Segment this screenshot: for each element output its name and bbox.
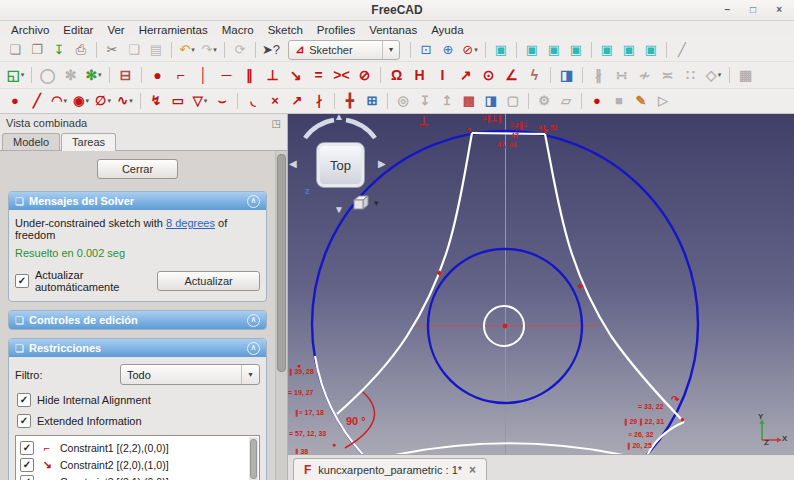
constraint-marker[interactable]: ●	[467, 125, 471, 132]
constrain-parallel-icon[interactable]: ∥	[239, 65, 260, 85]
constraint-item-2-checkbox[interactable]: ✓	[20, 458, 34, 472]
constraint-marker[interactable]: 47	[511, 132, 519, 139]
collapse-chevron-icon[interactable]: ∧	[247, 314, 260, 327]
cut-icon[interactable]: ✂	[102, 40, 122, 60]
create-circle-icon-dropdown[interactable]: ▾	[85, 91, 89, 111]
select-dof-elements-icon-dropdown[interactable]: ▾	[718, 65, 722, 85]
maximize-button[interactable]: □	[750, 0, 756, 20]
constrain-symmetric-icon[interactable]: ><	[331, 65, 352, 85]
view-top-icon[interactable]: ▣	[544, 40, 564, 60]
trim-edge-icon[interactable]: ×	[265, 91, 285, 111]
validate-sketch-icon[interactable]: ▩	[459, 91, 479, 111]
menu-editar[interactable]: Editar	[56, 23, 100, 37]
create-fillet-icon[interactable]: ◟	[243, 91, 263, 111]
split-edge-icon[interactable]: ∤	[309, 91, 329, 111]
constrain-snell-icon[interactable]: ϟ	[524, 65, 545, 85]
constraint-marker[interactable]: ●	[332, 441, 336, 448]
constraint-marker[interactable]: ∥ 29 ∥ 22, 31	[624, 418, 664, 425]
tab-modelo[interactable]: Modelo	[2, 133, 60, 150]
constrain-horizontal-icon[interactable]: ─	[216, 65, 237, 85]
constraint-marker[interactable]: = 19, 27	[288, 389, 314, 396]
close-button[interactable]: ×	[776, 0, 782, 20]
create-circle-icon[interactable]: ◉▾	[71, 91, 91, 111]
view-axonometric-icon[interactable]: ▣	[491, 40, 511, 60]
menu-ventanas[interactable]: Ventanas	[362, 23, 424, 37]
constraint-marker[interactable]: ↷	[671, 395, 679, 405]
constrain-vertical-icon[interactable]: │	[193, 65, 214, 85]
constrain-tangent-icon[interactable]: ↘	[285, 65, 306, 85]
constrain-distance-x-icon[interactable]: H	[409, 65, 430, 85]
constraint-marker[interactable]: ∥ 20, 25	[627, 442, 652, 449]
create-polyline-icon[interactable]: ↯	[146, 91, 166, 111]
bottom-left-rim-arc[interactable]	[315, 356, 369, 454]
auto-update-checkbox[interactable]: ✓	[15, 274, 29, 288]
tab-tareas[interactable]: Tareas	[61, 133, 116, 151]
new-file-icon[interactable]: ❏	[5, 40, 25, 60]
create-bspline-icon[interactable]: ∿▾	[115, 91, 135, 111]
degrees-of-freedom-link[interactable]: 8 degrees	[166, 217, 215, 229]
constraint-marker[interactable]: 47, 48	[497, 141, 516, 148]
constrain-distance-icon[interactable]: ↗	[455, 65, 476, 85]
create-arc-icon[interactable]: ◠▾	[49, 91, 69, 111]
origin-point[interactable]	[503, 324, 508, 329]
leave-sketch-icon-dropdown[interactable]: ▾	[21, 65, 25, 85]
bottom-right-rim-arc[interactable]	[645, 422, 684, 454]
create-ellipse-icon-dropdown[interactable]: ▾	[107, 91, 111, 111]
constrain-point-on-object-icon[interactable]: ⌐	[170, 65, 191, 85]
nav-up-arrow[interactable]: ▲	[334, 114, 344, 122]
menu-sketch[interactable]: Sketch	[261, 23, 310, 37]
zoom-selection-icon[interactable]: ⊕	[438, 40, 458, 60]
constrain-block-icon[interactable]: ⊘	[354, 65, 375, 85]
mirror-sketch-icon[interactable]: ◨	[481, 91, 501, 111]
create-rectangle-icon[interactable]: ▭	[168, 91, 188, 111]
rotate-left-arrow[interactable]	[305, 120, 334, 138]
create-bspline-icon-dropdown[interactable]: ▾	[129, 91, 133, 111]
redo-icon-dropdown[interactable]: ▾	[213, 40, 217, 60]
macro-record-icon[interactable]: ●	[587, 91, 607, 111]
constraint-item-3-checkbox[interactable]: ✓	[20, 475, 34, 480]
create-line-icon[interactable]: ╱	[27, 91, 47, 111]
draw-style-icon[interactable]: ⊘▾	[460, 40, 480, 60]
constraint-marker[interactable]: ●	[297, 362, 301, 369]
top-chord-edge[interactable]	[472, 133, 545, 134]
constraint-marker[interactable]: 41, 52	[538, 124, 557, 131]
nav-right-arrow[interactable]: ▶	[378, 158, 386, 169]
zoom-fit-all-icon[interactable]: ⊡	[416, 40, 436, 60]
edit-macro-icon[interactable]: ✎	[631, 91, 651, 111]
constraint-marker[interactable]: ∥ 39, 28	[289, 368, 314, 375]
edit-controls-header[interactable]: ❏ Controles de edición ∧	[9, 311, 266, 329]
reorient-sketch-icon[interactable]: ⊟	[115, 65, 136, 85]
view-bottom-icon[interactable]: ▣	[619, 40, 639, 60]
menu-profiles[interactable]: Profiles	[310, 23, 362, 37]
constrain-coincident-icon[interactable]: ●	[147, 65, 168, 85]
document-tab[interactable]: F kuncxarpento_parametric : 1* ×	[293, 458, 487, 480]
constraint-filter-select[interactable]: Todo ▾	[120, 364, 260, 385]
solver-messages-header[interactable]: ❏ Mensajes del Solver ∧	[9, 192, 266, 210]
collapse-chevron-icon[interactable]: ∧	[247, 195, 260, 208]
hide-internal-alignment-checkbox[interactable]: ✓	[17, 393, 31, 407]
create-point-icon[interactable]: ●	[5, 91, 25, 111]
constraint-marker[interactable]: ⊥	[418, 114, 429, 127]
cerrar-button[interactable]: Cerrar	[97, 159, 178, 179]
print-icon[interactable]: ⎙	[71, 40, 91, 60]
constraint-marker[interactable]: = 57, 12, 33	[289, 430, 326, 437]
toggle-driving-constraint-icon[interactable]: ◨	[556, 65, 577, 85]
leave-sketch-icon[interactable]: ◱▾	[5, 65, 26, 85]
constrain-radius-icon[interactable]: ⊙	[478, 65, 499, 85]
view-front-icon[interactable]: ▣	[522, 40, 542, 60]
map-sketch-icon-dropdown[interactable]: ▾	[98, 65, 102, 85]
actualizar-button[interactable]: Actualizar	[157, 271, 260, 291]
menu-ver[interactable]: Ver	[100, 23, 131, 37]
constraint-marker[interactable]: ≡≠∥≡	[510, 122, 528, 130]
constraint-marker[interactable]: =∥⊥∥	[482, 115, 502, 123]
view-rear-icon[interactable]: ▣	[597, 40, 617, 60]
extended-information-checkbox[interactable]: ✓	[17, 414, 31, 428]
constraint-marker[interactable]: ∥ 38	[295, 448, 308, 454]
restrictions-header[interactable]: ❏ Restricciones ∧	[9, 339, 266, 357]
extend-edge-icon[interactable]: ↗	[287, 91, 307, 111]
undo-icon-dropdown[interactable]: ▾	[191, 40, 195, 60]
menu-archivo[interactable]: Archivo	[4, 23, 56, 37]
measure-distance-icon[interactable]: ╱	[672, 40, 692, 60]
constraint-marker[interactable]: 90 °	[346, 416, 366, 427]
constraint-item-2[interactable]: ✓↘Constraint2 [(2,0),(1,0)]	[20, 456, 247, 473]
